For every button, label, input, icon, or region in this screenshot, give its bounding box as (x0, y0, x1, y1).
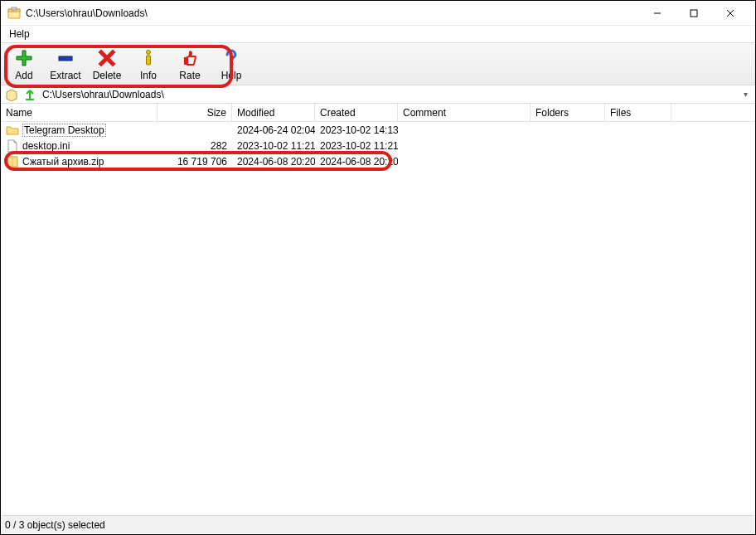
maximize-button[interactable] (676, 2, 712, 25)
col-size[interactable]: Size (158, 104, 232, 121)
path-dropdown-icon[interactable]: ▾ (739, 90, 752, 99)
col-modified[interactable]: Modified (232, 104, 315, 121)
col-files[interactable]: Files (605, 104, 671, 121)
folder-nav-icon[interactable] (4, 87, 19, 102)
toolbar: Add Extract Delete (1, 42, 755, 85)
rate-button[interactable]: Rate (172, 46, 208, 83)
row-size: 16 719 706 (158, 156, 232, 168)
x-icon (97, 48, 117, 68)
menu-help[interactable]: Help (6, 28, 33, 40)
path-text[interactable]: C:\Users\ohrau\Downloads\ (41, 89, 735, 100)
info-icon (138, 48, 158, 68)
col-comment[interactable]: Comment (398, 104, 531, 121)
row-created: 2023-10-02 14:13 (315, 124, 398, 136)
delete-button[interactable]: Delete (89, 46, 125, 83)
title-bar: C:\Users\ohrau\Downloads\ (1, 1, 755, 26)
delete-label: Delete (93, 70, 122, 81)
file-list: Name Size Modified Created Comment Folde… (1, 104, 755, 169)
row-name: desktop.ini (22, 140, 70, 152)
table-row[interactable]: Сжатый архив.zip 16 719 706 2024-06-08 2… (1, 153, 755, 169)
close-button[interactable] (712, 2, 749, 25)
row-name: Telegram Desktop (22, 124, 106, 137)
info-label: Info (140, 70, 157, 81)
row-name: Сжатый архив.zip (22, 156, 104, 168)
question-icon (221, 48, 241, 68)
svg-point-10 (230, 62, 234, 66)
status-bar: 0 / 3 object(s) selected (2, 515, 754, 533)
row-created: 2024-06-08 20:20 (315, 156, 398, 168)
path-bar: C:\Users\ohrau\Downloads\ ▾ (1, 85, 755, 104)
add-button[interactable]: Add (6, 46, 42, 83)
extract-label: Extract (50, 70, 80, 81)
minus-icon (56, 48, 75, 68)
col-created[interactable]: Created (315, 104, 398, 121)
rate-label: Rate (179, 70, 200, 81)
add-label: Add (15, 70, 32, 81)
app-icon (7, 7, 21, 20)
svg-rect-7 (59, 56, 72, 61)
table-row[interactable]: desktop.ini 282 2023-10-02 11:21 2023-10… (1, 138, 755, 153)
status-text: 0 / 3 object(s) selected (5, 519, 105, 531)
help-button[interactable]: Help (213, 46, 250, 83)
svg-rect-4 (691, 10, 697, 17)
extract-button[interactable]: Extract (47, 46, 84, 83)
svg-rect-2 (12, 7, 17, 10)
row-modified: 2023-10-02 11:21 (232, 140, 315, 152)
plus-icon (14, 48, 34, 68)
col-folders[interactable]: Folders (531, 104, 605, 121)
svg-rect-9 (147, 56, 151, 65)
row-created: 2023-10-02 11:21 (315, 140, 398, 152)
svg-point-8 (147, 51, 151, 55)
minimize-button[interactable] (639, 2, 676, 25)
col-name[interactable]: Name (1, 104, 158, 121)
thumbsup-icon (180, 48, 200, 68)
up-icon[interactable] (22, 87, 37, 102)
menu-bar: Help (1, 26, 755, 42)
file-icon (6, 139, 19, 153)
row-modified: 2024-06-08 20:20 (232, 156, 315, 168)
row-modified: 2024-06-24 02:04 (232, 124, 315, 136)
info-button[interactable]: Info (130, 46, 167, 83)
row-size: 282 (158, 140, 232, 152)
help-label: Help (221, 70, 242, 81)
window-title: C:\Users\ohrau\Downloads\ (26, 7, 148, 19)
column-headers: Name Size Modified Created Comment Folde… (1, 104, 755, 122)
table-row[interactable]: Telegram Desktop 2024-06-24 02:04 2023-1… (1, 122, 755, 138)
folder-icon (6, 124, 19, 137)
zip-icon (6, 155, 19, 168)
